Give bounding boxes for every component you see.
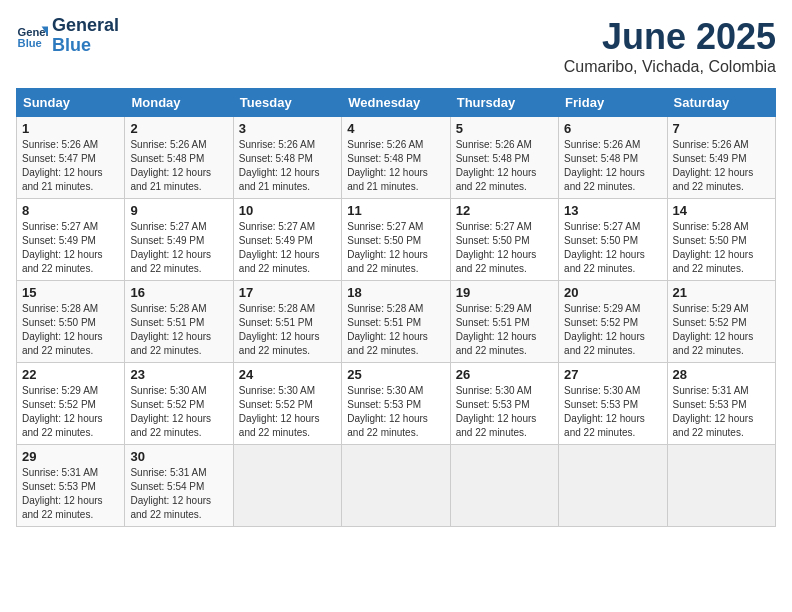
day-number: 19 (456, 285, 553, 300)
logo-text-line2: Blue (52, 36, 119, 56)
day-number: 9 (130, 203, 227, 218)
table-row: 13 Sunrise: 5:27 AM Sunset: 5:50 PM Dayl… (559, 199, 667, 281)
day-info: Sunrise: 5:27 AM Sunset: 5:49 PM Dayligh… (239, 220, 336, 276)
calendar-week-3: 15 Sunrise: 5:28 AM Sunset: 5:50 PM Dayl… (17, 281, 776, 363)
table-row: 7 Sunrise: 5:26 AM Sunset: 5:49 PM Dayli… (667, 117, 775, 199)
calendar-subtitle: Cumaribo, Vichada, Colombia (564, 58, 776, 76)
table-row: 10 Sunrise: 5:27 AM Sunset: 5:49 PM Dayl… (233, 199, 341, 281)
col-thursday: Thursday (450, 89, 558, 117)
day-number: 24 (239, 367, 336, 382)
title-section: June 2025 Cumaribo, Vichada, Colombia (564, 16, 776, 76)
day-number: 30 (130, 449, 227, 464)
day-info: Sunrise: 5:28 AM Sunset: 5:51 PM Dayligh… (347, 302, 444, 358)
table-row: 22 Sunrise: 5:29 AM Sunset: 5:52 PM Dayl… (17, 363, 125, 445)
calendar-week-4: 22 Sunrise: 5:29 AM Sunset: 5:52 PM Dayl… (17, 363, 776, 445)
table-row: 20 Sunrise: 5:29 AM Sunset: 5:52 PM Dayl… (559, 281, 667, 363)
logo-text-line1: General (52, 16, 119, 36)
table-row: 4 Sunrise: 5:26 AM Sunset: 5:48 PM Dayli… (342, 117, 450, 199)
day-number: 13 (564, 203, 661, 218)
table-row: 12 Sunrise: 5:27 AM Sunset: 5:50 PM Dayl… (450, 199, 558, 281)
day-number: 28 (673, 367, 770, 382)
day-info: Sunrise: 5:28 AM Sunset: 5:50 PM Dayligh… (22, 302, 119, 358)
day-info: Sunrise: 5:28 AM Sunset: 5:50 PM Dayligh… (673, 220, 770, 276)
calendar-week-1: 1 Sunrise: 5:26 AM Sunset: 5:47 PM Dayli… (17, 117, 776, 199)
day-info: Sunrise: 5:29 AM Sunset: 5:52 PM Dayligh… (22, 384, 119, 440)
day-number: 14 (673, 203, 770, 218)
day-number: 2 (130, 121, 227, 136)
table-row: 11 Sunrise: 5:27 AM Sunset: 5:50 PM Dayl… (342, 199, 450, 281)
table-row: 19 Sunrise: 5:29 AM Sunset: 5:51 PM Dayl… (450, 281, 558, 363)
table-row: 1 Sunrise: 5:26 AM Sunset: 5:47 PM Dayli… (17, 117, 125, 199)
day-info: Sunrise: 5:26 AM Sunset: 5:47 PM Dayligh… (22, 138, 119, 194)
day-info: Sunrise: 5:30 AM Sunset: 5:53 PM Dayligh… (564, 384, 661, 440)
table-row: 23 Sunrise: 5:30 AM Sunset: 5:52 PM Dayl… (125, 363, 233, 445)
day-info: Sunrise: 5:26 AM Sunset: 5:48 PM Dayligh… (239, 138, 336, 194)
day-info: Sunrise: 5:27 AM Sunset: 5:50 PM Dayligh… (347, 220, 444, 276)
table-row: 3 Sunrise: 5:26 AM Sunset: 5:48 PM Dayli… (233, 117, 341, 199)
day-info: Sunrise: 5:29 AM Sunset: 5:52 PM Dayligh… (564, 302, 661, 358)
table-row: 24 Sunrise: 5:30 AM Sunset: 5:52 PM Dayl… (233, 363, 341, 445)
table-row (667, 445, 775, 527)
day-info: Sunrise: 5:29 AM Sunset: 5:52 PM Dayligh… (673, 302, 770, 358)
day-info: Sunrise: 5:31 AM Sunset: 5:53 PM Dayligh… (673, 384, 770, 440)
table-row: 5 Sunrise: 5:26 AM Sunset: 5:48 PM Dayli… (450, 117, 558, 199)
calendar-week-5: 29 Sunrise: 5:31 AM Sunset: 5:53 PM Dayl… (17, 445, 776, 527)
table-row: 28 Sunrise: 5:31 AM Sunset: 5:53 PM Dayl… (667, 363, 775, 445)
svg-text:Blue: Blue (18, 37, 42, 49)
calendar-header-row: Sunday Monday Tuesday Wednesday Thursday… (17, 89, 776, 117)
day-number: 18 (347, 285, 444, 300)
day-info: Sunrise: 5:28 AM Sunset: 5:51 PM Dayligh… (130, 302, 227, 358)
table-row: 26 Sunrise: 5:30 AM Sunset: 5:53 PM Dayl… (450, 363, 558, 445)
day-info: Sunrise: 5:26 AM Sunset: 5:48 PM Dayligh… (347, 138, 444, 194)
day-number: 22 (22, 367, 119, 382)
day-info: Sunrise: 5:31 AM Sunset: 5:54 PM Dayligh… (130, 466, 227, 522)
day-number: 11 (347, 203, 444, 218)
table-row: 30 Sunrise: 5:31 AM Sunset: 5:54 PM Dayl… (125, 445, 233, 527)
day-info: Sunrise: 5:27 AM Sunset: 5:50 PM Dayligh… (564, 220, 661, 276)
col-monday: Monday (125, 89, 233, 117)
day-number: 10 (239, 203, 336, 218)
day-info: Sunrise: 5:28 AM Sunset: 5:51 PM Dayligh… (239, 302, 336, 358)
day-info: Sunrise: 5:30 AM Sunset: 5:53 PM Dayligh… (456, 384, 553, 440)
day-number: 23 (130, 367, 227, 382)
day-info: Sunrise: 5:31 AM Sunset: 5:53 PM Dayligh… (22, 466, 119, 522)
table-row (450, 445, 558, 527)
table-row (233, 445, 341, 527)
day-number: 21 (673, 285, 770, 300)
calendar-title: June 2025 (564, 16, 776, 58)
day-number: 4 (347, 121, 444, 136)
calendar-week-2: 8 Sunrise: 5:27 AM Sunset: 5:49 PM Dayli… (17, 199, 776, 281)
day-number: 25 (347, 367, 444, 382)
day-number: 1 (22, 121, 119, 136)
table-row: 15 Sunrise: 5:28 AM Sunset: 5:50 PM Dayl… (17, 281, 125, 363)
day-info: Sunrise: 5:30 AM Sunset: 5:53 PM Dayligh… (347, 384, 444, 440)
col-saturday: Saturday (667, 89, 775, 117)
table-row: 27 Sunrise: 5:30 AM Sunset: 5:53 PM Dayl… (559, 363, 667, 445)
table-row: 16 Sunrise: 5:28 AM Sunset: 5:51 PM Dayl… (125, 281, 233, 363)
day-info: Sunrise: 5:29 AM Sunset: 5:51 PM Dayligh… (456, 302, 553, 358)
col-friday: Friday (559, 89, 667, 117)
day-number: 6 (564, 121, 661, 136)
day-number: 12 (456, 203, 553, 218)
col-sunday: Sunday (17, 89, 125, 117)
day-number: 20 (564, 285, 661, 300)
day-info: Sunrise: 5:30 AM Sunset: 5:52 PM Dayligh… (130, 384, 227, 440)
table-row: 8 Sunrise: 5:27 AM Sunset: 5:49 PM Dayli… (17, 199, 125, 281)
day-info: Sunrise: 5:27 AM Sunset: 5:49 PM Dayligh… (130, 220, 227, 276)
table-row: 21 Sunrise: 5:29 AM Sunset: 5:52 PM Dayl… (667, 281, 775, 363)
table-row (559, 445, 667, 527)
day-info: Sunrise: 5:26 AM Sunset: 5:48 PM Dayligh… (456, 138, 553, 194)
day-number: 29 (22, 449, 119, 464)
day-number: 8 (22, 203, 119, 218)
day-info: Sunrise: 5:26 AM Sunset: 5:49 PM Dayligh… (673, 138, 770, 194)
day-number: 17 (239, 285, 336, 300)
day-number: 15 (22, 285, 119, 300)
day-number: 27 (564, 367, 661, 382)
table-row: 25 Sunrise: 5:30 AM Sunset: 5:53 PM Dayl… (342, 363, 450, 445)
table-row: 2 Sunrise: 5:26 AM Sunset: 5:48 PM Dayli… (125, 117, 233, 199)
day-number: 16 (130, 285, 227, 300)
calendar-table: Sunday Monday Tuesday Wednesday Thursday… (16, 88, 776, 527)
table-row: 6 Sunrise: 5:26 AM Sunset: 5:48 PM Dayli… (559, 117, 667, 199)
table-row: 18 Sunrise: 5:28 AM Sunset: 5:51 PM Dayl… (342, 281, 450, 363)
day-number: 5 (456, 121, 553, 136)
